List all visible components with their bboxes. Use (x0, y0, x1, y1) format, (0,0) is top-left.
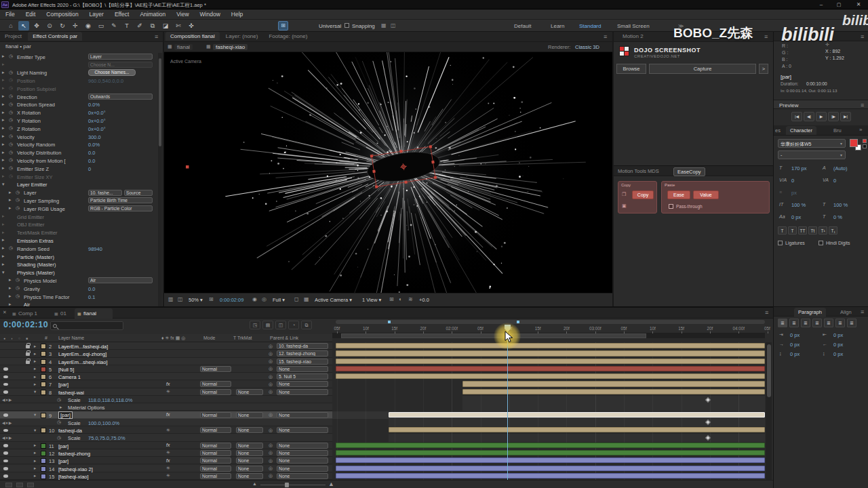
twirl-closed-icon[interactable]: ▸ (2, 110, 5, 115)
eraser-tool-icon[interactable]: ◪ (160, 21, 171, 30)
layer-twirl-closed-icon[interactable]: ▸ (34, 344, 36, 349)
layer-twirl-closed-icon[interactable]: ▸ (34, 374, 36, 380)
twirl-closed-icon[interactable]: ▸ (2, 142, 5, 147)
layer-color-chip[interactable] (41, 374, 46, 380)
column-header-switches[interactable]: ♦ ✳ fx ▦ ◎ (161, 336, 185, 341)
property-value[interactable]: 0.0 (88, 286, 95, 292)
fx-switch-icon[interactable]: fx (166, 412, 170, 417)
layer-row[interactable]: ▸5[Null 5]Normal◎None (0, 365, 332, 373)
property-value[interactable]: 0.0 (88, 158, 95, 164)
timeline-zoom-slider[interactable] (260, 485, 326, 485)
layer-twirl-closed-icon[interactable]: ▸ (34, 473, 36, 479)
rotation-tool-icon[interactable]: ◉ (83, 21, 94, 30)
inout-columns-icon[interactable] (16, 483, 23, 487)
column-header-number[interactable]: # (45, 336, 47, 340)
parent-pickwhip-icon[interactable]: ◎ (269, 359, 273, 364)
align-button-4[interactable]: ≣ (824, 319, 833, 327)
collapse-switch-icon[interactable]: ✳ (166, 428, 170, 433)
timeline-tab-close-icon[interactable]: ✕ (3, 310, 7, 315)
parent-link-dropdown[interactable]: 10. fasheqi-da (277, 343, 328, 349)
video-eye-icon[interactable] (3, 413, 8, 417)
lock-icon[interactable] (26, 345, 30, 348)
parent-link-dropdown[interactable]: None (277, 450, 328, 456)
stopwatch-icon[interactable]: ◷ (9, 174, 13, 179)
blend-mode-dropdown[interactable]: Normal (200, 458, 231, 464)
blend-mode-dropdown[interactable]: Normal (200, 427, 231, 433)
tab-paragraph[interactable]: Paragraph (794, 308, 826, 317)
hide-shy-layers-icon[interactable]: ◫ (275, 321, 286, 329)
layer-twirl-closed-icon[interactable]: ▸ (34, 466, 36, 471)
layer-row[interactable]: ▸11[par]fxNormalNone◎None (0, 442, 332, 449)
indent-value-5[interactable]: 0 px (833, 351, 843, 357)
column-header-layer-name[interactable]: Layer Name (58, 336, 84, 340)
property-value[interactable]: 0x+0.0° (88, 110, 106, 116)
twirl-open-icon[interactable]: ▾ (2, 270, 5, 275)
menu-composition[interactable]: Composition (41, 9, 83, 19)
universal-toggle-icon[interactable]: ⊞ (278, 21, 288, 30)
ec-panel-menu-icon[interactable]: ≡ (155, 33, 158, 40)
twirl-closed-icon[interactable]: ▸ (9, 205, 12, 211)
timeline-zoom-thumb[interactable] (285, 483, 289, 487)
twirl-closed-icon[interactable]: ▸ (2, 94, 5, 99)
parent-pickwhip-icon[interactable]: ◎ (269, 428, 273, 433)
minimize-button[interactable]: – (812, 0, 830, 9)
layer-name[interactable]: fasheqi-da (58, 428, 82, 434)
parent-link-dropdown[interactable]: None (277, 466, 328, 472)
parent-pickwhip-icon[interactable]: ◎ (269, 389, 273, 394)
property-stopwatch-icon[interactable]: ◷ (57, 397, 61, 403)
tab-motion-tools[interactable]: Motion Tools MDS (618, 168, 659, 174)
align-button-3[interactable]: ≣ (812, 319, 822, 327)
current-time-display[interactable]: 0:00:02:10 (3, 320, 48, 329)
menu-view[interactable]: View (171, 9, 194, 19)
layer-color-chip[interactable] (41, 474, 46, 479)
grid-guides-icon[interactable]: ⊞ (209, 296, 214, 302)
char-field-value[interactable]: px (791, 190, 797, 196)
dojo-capture-button[interactable]: Capture (649, 64, 756, 74)
selection-tool-icon[interactable]: ↖ (18, 21, 29, 30)
property-value[interactable]: 300.0 (88, 134, 101, 140)
twirl-closed-icon[interactable]: ▸ (2, 70, 5, 75)
faux-style-button-1[interactable]: T (788, 226, 797, 235)
layer-duration-bar[interactable] (336, 466, 765, 471)
easecopy-ease-button[interactable]: Ease (667, 190, 690, 199)
char-field-value-2[interactable]: (Auto) (833, 165, 847, 171)
property-value[interactable]: 0x+0.0° (88, 118, 106, 124)
layer-name[interactable]: [fasheqi-xiao] (58, 474, 89, 480)
property-dropdown[interactable]: Outwards (88, 94, 153, 100)
brush-tool-icon[interactable]: ✐ (134, 21, 145, 30)
tab-align[interactable]: Align (840, 309, 852, 315)
stopwatch-icon[interactable]: ◷ (9, 125, 13, 131)
last-frame-button[interactable]: ▶| (840, 112, 851, 121)
paragraph-panel-menu-icon[interactable]: ≡ (861, 308, 864, 315)
faux-style-button-3[interactable]: Tt (808, 226, 817, 235)
layer-twirl-closed-icon[interactable]: ▸ (34, 366, 36, 371)
layer-name[interactable]: LayerEm...fasheqi-da] (58, 344, 108, 350)
dojo-browse-button[interactable]: Browse (616, 64, 646, 74)
layer-property-row[interactable]: ◀♦▶◷Scale100.0,100.0% (0, 419, 332, 426)
parent-pickwhip-icon[interactable]: ◎ (269, 374, 273, 380)
stopwatch-icon[interactable]: ◷ (9, 134, 13, 139)
twirl-closed-icon[interactable]: ▸ (2, 117, 5, 123)
composition-viewport[interactable]: Active Camera (164, 52, 612, 293)
layer-duration-bar[interactable] (336, 458, 765, 463)
blend-mode-dropdown[interactable]: Normal (200, 466, 231, 472)
snapping-checkbox[interactable] (344, 23, 349, 28)
zoom-in-mountain-icon[interactable]: ▲ (328, 481, 334, 487)
twirl-closed-icon[interactable]: ▸ (2, 134, 5, 139)
stopwatch-icon[interactable]: ◷ (9, 77, 13, 83)
twirl-closed-icon[interactable]: ▸ (2, 174, 5, 179)
twirl-closed-icon[interactable]: ▸ (2, 230, 5, 235)
video-eye-icon[interactable] (3, 390, 8, 394)
layer-name[interactable]: [par] (58, 458, 68, 464)
video-eye-icon[interactable] (3, 467, 8, 470)
font-family-dropdown[interactable]: 华康娃娃体W5 ▾ (778, 139, 846, 148)
property-value[interactable]: 0.0% (88, 102, 100, 108)
pixel-aspect-icon[interactable]: ⊞ (389, 296, 394, 302)
lock-icon[interactable] (26, 361, 30, 364)
camera-popup[interactable]: Active Camera ▾ (315, 297, 352, 303)
trkmat-dropdown[interactable]: None (236, 412, 263, 418)
menu-help[interactable]: Help (226, 9, 248, 19)
transparency-grid-icon[interactable]: ▦ (304, 296, 309, 302)
twirl-closed-icon[interactable]: ▸ (2, 214, 5, 219)
show-snapshot-icon[interactable]: ◎ (262, 296, 267, 302)
